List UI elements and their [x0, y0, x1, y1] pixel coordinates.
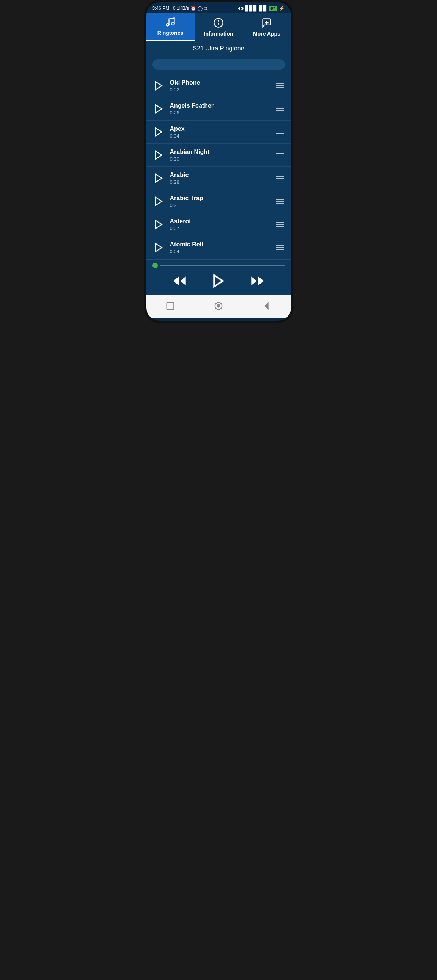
app-title: S21 Ultra Ringtone — [147, 41, 291, 56]
nav-circle-button[interactable] — [213, 301, 224, 313]
status-left: 3:46 PM | 0.1KB/s ⏰ ◯ □ · — [153, 6, 210, 11]
svg-marker-19 — [251, 276, 257, 285]
track-duration-4: 0:28 — [170, 179, 274, 185]
svg-marker-12 — [155, 197, 162, 206]
svg-marker-17 — [214, 275, 223, 286]
svg-marker-23 — [265, 303, 268, 309]
signal-bars: ▊▊▊ — [245, 5, 258, 11]
phone-frame: 3:46 PM | 0.1KB/s ⏰ ◯ □ · 4G ▊▊▊ ▊▊ 67 ⚡ — [144, 0, 293, 323]
svg-marker-10 — [155, 151, 162, 160]
track-duration-0: 0:02 — [170, 87, 274, 92]
svg-marker-15 — [173, 276, 179, 285]
tab-more-apps[interactable]: More Apps — [243, 13, 291, 41]
track-duration-1: 0:26 — [170, 110, 274, 116]
track-name-1: Angels Feather — [170, 102, 274, 109]
tab-ringtones-label: Ringtones — [158, 30, 183, 36]
network-label: 4G — [238, 6, 244, 11]
time-display: 3:46 PM | 0.1KB/s — [153, 6, 189, 11]
play-pause-button[interactable] — [211, 273, 226, 288]
playback-controls — [153, 272, 285, 290]
list-item[interactable]: Atomic Bell 0:04 — [147, 236, 291, 259]
track-name-5: Arabic Trap — [170, 195, 274, 202]
menu-icon-6[interactable] — [274, 221, 285, 228]
track-duration-5: 0:21 — [170, 202, 274, 208]
music-icon — [165, 17, 175, 29]
menu-icon-0[interactable] — [274, 82, 285, 89]
list-item[interactable]: Arabic 0:28 — [147, 167, 291, 190]
svg-marker-14 — [155, 243, 162, 252]
media-icon: ◯ — [198, 6, 203, 11]
play-button-2[interactable] — [152, 125, 165, 139]
wifi-bars: ▊▊ — [259, 5, 268, 11]
svg-marker-13 — [155, 220, 162, 229]
svg-marker-16 — [180, 276, 186, 285]
menu-icon-2[interactable] — [274, 128, 285, 136]
track-name-7: Atomic Bell — [170, 241, 274, 248]
instagram-icon: □ — [204, 6, 207, 11]
svg-marker-18 — [258, 276, 264, 285]
progress-track — [153, 59, 285, 70]
rewind-button[interactable] — [172, 273, 187, 288]
nav-bar — [147, 295, 291, 318]
tab-information-label: Information — [204, 31, 233, 37]
list-item[interactable]: Old Phone 0:02 — [147, 74, 291, 97]
play-button-1[interactable] — [152, 102, 165, 116]
track-name-0: Old Phone — [170, 79, 274, 86]
ringtone-list: Old Phone 0:02 Angels Feather 0:26 — [147, 74, 291, 259]
menu-icon-4[interactable] — [274, 174, 285, 182]
list-item[interactable]: Arabic Trap 0:21 — [147, 190, 291, 213]
menu-icon-3[interactable] — [274, 151, 285, 159]
svg-marker-9 — [155, 128, 162, 137]
search-progress-area — [147, 56, 291, 74]
tab-bar: Ringtones Information More Apps — [147, 13, 291, 41]
seek-handle[interactable] — [153, 263, 158, 268]
svg-rect-20 — [167, 302, 174, 310]
list-item[interactable]: Asteroi 0:07 — [147, 213, 291, 236]
track-info-1: Angels Feather 0:26 — [165, 102, 274, 116]
tab-ringtones[interactable]: Ringtones — [147, 13, 195, 41]
play-button-4[interactable] — [152, 171, 165, 185]
tab-information[interactable]: Information — [195, 13, 243, 41]
list-item[interactable]: Angels Feather 0:26 — [147, 97, 291, 121]
track-duration-3: 0:30 — [170, 156, 274, 162]
track-name-3: Arabian Night — [170, 149, 274, 156]
charging-icon: ⚡ — [278, 5, 285, 11]
track-duration-2: 0:04 — [170, 133, 274, 139]
track-info-4: Arabic 0:28 — [165, 172, 274, 185]
player-controls — [147, 259, 291, 295]
seek-track — [160, 265, 285, 266]
menu-icon-7[interactable] — [274, 244, 285, 251]
svg-marker-7 — [155, 81, 162, 90]
tab-more-apps-label: More Apps — [253, 31, 280, 37]
svg-point-0 — [166, 24, 169, 26]
track-info-2: Apex 0:04 — [165, 126, 274, 139]
track-duration-6: 0:07 — [170, 226, 274, 231]
list-item[interactable]: Apex 0:04 — [147, 121, 291, 144]
menu-icon-1[interactable] — [274, 105, 285, 113]
svg-point-1 — [172, 22, 174, 25]
play-button-6[interactable] — [152, 218, 165, 231]
menu-icon-5[interactable] — [274, 197, 285, 205]
more-apps-icon — [262, 18, 272, 29]
play-button-0[interactable] — [152, 79, 165, 92]
track-info-0: Old Phone 0:02 — [165, 79, 274, 92]
seek-bar[interactable] — [153, 263, 285, 268]
list-item[interactable]: Arabian Night 0:30 — [147, 144, 291, 167]
dot-icon: · — [208, 6, 209, 11]
alarm-icon: ⏰ — [190, 6, 196, 11]
track-duration-7: 0:04 — [170, 249, 274, 255]
status-bar: 3:46 PM | 0.1KB/s ⏰ ◯ □ · 4G ▊▊▊ ▊▊ 67 ⚡ — [147, 2, 291, 13]
svg-marker-11 — [155, 174, 162, 183]
battery-display: 67 — [269, 6, 276, 11]
status-right: 4G ▊▊▊ ▊▊ 67 ⚡ — [238, 5, 285, 11]
nav-square-button[interactable] — [165, 301, 175, 313]
svg-marker-8 — [155, 105, 162, 113]
play-button-5[interactable] — [152, 194, 165, 208]
play-button-3[interactable] — [152, 148, 165, 162]
fast-forward-button[interactable] — [250, 273, 265, 288]
track-name-6: Asteroi — [170, 218, 274, 225]
track-info-3: Arabian Night 0:30 — [165, 149, 274, 162]
play-button-7[interactable] — [152, 241, 165, 255]
nav-back-button[interactable] — [262, 301, 272, 313]
info-icon — [213, 18, 224, 29]
